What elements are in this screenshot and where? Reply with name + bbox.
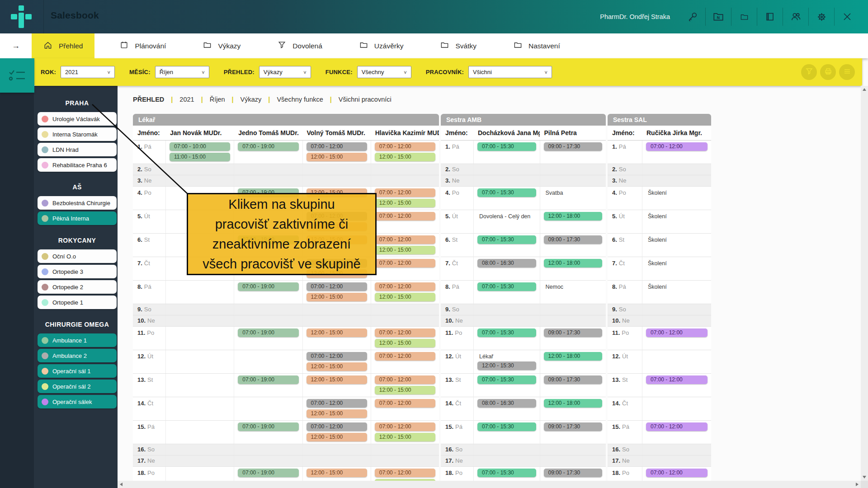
shift-cell[interactable]: 12:00 - 15:00 [302,327,371,350]
shift-pill[interactable]: 07:00 - 12:00 [375,375,435,384]
shift-cell[interactable]: Školení [642,210,711,233]
shift-cell[interactable] [234,397,302,420]
shift-cell[interactable]: 12:00 - 15:00 [302,374,371,397]
print-button[interactable] [820,64,836,80]
shift-pill[interactable]: 12:00 - 15:00 [307,153,367,161]
shift-cell[interactable]: 07:00 - 19:00 [234,281,302,304]
shift-pill[interactable]: 12:00 - 18:00 [544,259,603,267]
shift-cell[interactable] [642,304,711,315]
shift-cell[interactable]: 08:00 - 16:30 [473,397,540,420]
tab-nastavení[interactable]: Nastavení [502,33,572,58]
shift-cell[interactable]: 07:00 - 12:0012:00 - 15:00 [302,141,371,164]
shift-pill[interactable]: 07:00 - 15:30 [477,375,536,384]
shift-cell[interactable] [234,444,302,455]
shift-cell[interactable]: 07:00 - 12:0012:00 - 15:00 [371,234,439,257]
shift-cell[interactable] [302,444,371,455]
shift-cell[interactable]: 07:00 - 15:30 [473,374,540,397]
person-name-header[interactable]: Hlavička Kazimír MUDr. [371,129,439,136]
shift-pill[interactable]: 09:00 - 17:30 [544,328,603,337]
panel-icon[interactable] [757,8,783,26]
filter-select[interactable]: Říjen˅ [155,66,209,78]
shift-cell[interactable] [371,455,439,466]
shift-pill[interactable]: 12:00 - 15:00 [375,246,435,254]
scroll-down-icon[interactable] [863,476,866,479]
shift-cell[interactable] [302,164,371,175]
shift-cell[interactable]: 07:00 - 12:0012:00 - 15:00 [371,421,439,444]
shift-cell[interactable]: 07:00 - 12:0012:00 - 15:00 [371,187,439,210]
shift-cell[interactable] [642,350,711,373]
shift-cell[interactable]: 07:00 - 15:30 [473,281,540,304]
horizontal-scrollbar[interactable] [118,481,861,488]
shift-cell[interactable]: 07:00 - 12:00 [642,374,711,397]
shift-pill[interactable]: 07:00 - 12:00 [646,469,708,477]
shift-cell[interactable]: 07:00 - 19:00 [234,421,302,444]
shift-pill[interactable]: 07:00 - 12:00 [307,352,367,361]
shift-pill[interactable]: 12:00 - 15:00 [307,375,367,384]
shift-cell[interactable] [371,444,439,455]
shift-pill[interactable]: 08:00 - 16:30 [477,259,536,267]
shift-cell[interactable]: 07:00 - 12:00 [371,210,439,233]
shift-cell[interactable]: 07:00 - 12:00 [371,350,439,373]
shift-pill[interactable]: 07:00 - 12:00 [375,352,435,361]
workplace-item[interactable]: Bezbolestná Chirurgie [38,196,117,210]
shift-pill[interactable]: 07:00 - 10:00 [170,142,230,151]
shift-cell[interactable] [473,315,540,326]
shift-cell[interactable]: 07:00 - 12:00 [642,421,711,444]
shift-pill[interactable]: 12:00 - 15:00 [307,469,367,477]
shift-cell[interactable] [165,444,234,455]
person-name-header[interactable]: Ručička Jirka Mgr. [642,129,711,136]
person-name-header[interactable]: Volný Tomáš MUDr. [302,129,371,136]
shift-pill[interactable]: 09:00 - 17:30 [544,235,603,244]
shift-pill[interactable]: 12:00 - 15:00 [375,386,435,394]
shift-cell[interactable]: 07:00 - 19:00 [234,141,302,164]
person-name-header[interactable]: Jan Novák MUDr. [165,129,234,136]
folder-n-icon[interactable]: N [705,8,731,26]
workplace-item[interactable]: Ortopedie 1 [38,296,117,309]
person-name-header[interactable]: Pilná Petra [540,129,606,136]
key-icon[interactable] [680,8,705,26]
shift-cell[interactable]: 07:00 - 12:00 [642,327,711,350]
shift-cell[interactable] [642,164,711,175]
close-icon[interactable] [834,8,860,26]
workplace-item[interactable]: Urologie Václavák [38,112,117,126]
shift-pill[interactable]: 12:00 - 15:00 [375,293,435,301]
scroll-up-icon[interactable] [863,88,866,91]
shift-cell[interactable]: 08:00 - 16:30 [473,257,540,280]
shift-cell[interactable] [165,164,234,175]
shift-cell[interactable] [540,164,606,175]
tab-uzávěrky[interactable]: Uzávěrky [348,33,415,58]
shift-pill[interactable]: 12:00 - 15:00 [307,328,367,337]
shift-cell[interactable]: 07:00 - 12:0012:00 - 15:00 [371,327,439,350]
shift-cell[interactable]: 09:00 - 17:30 [540,374,606,397]
workplace-item[interactable]: Operační sál 2 [38,380,117,393]
shift-cell[interactable]: 09:00 - 17:30 [540,421,606,444]
shift-cell[interactable] [642,455,711,466]
shift-cell[interactable]: Školení [642,257,711,280]
shift-cell[interactable] [371,315,439,326]
shift-cell[interactable] [165,455,234,466]
shift-pill[interactable]: 12:00 - 15:00 [375,199,435,207]
group-title-praha[interactable]: PRAHA [38,99,117,107]
shift-pill[interactable]: 07:00 - 19:00 [238,375,298,384]
workplace-item[interactable]: Rehabilitace Praha 6 [38,158,117,172]
shift-cell[interactable]: 09:00 - 17:30 [540,234,606,257]
filter-select[interactable]: Výkazy˅ [259,66,311,78]
shift-cell[interactable] [473,444,540,455]
shift-cell[interactable] [540,455,606,466]
filter-select[interactable]: 2021˅ [61,66,115,78]
shift-cell[interactable] [234,350,302,373]
filter-select[interactable]: Všechny˅ [357,66,411,78]
shift-pill[interactable]: 12:00 - 18:00 [544,399,603,408]
shift-pill[interactable]: 07:00 - 12:00 [375,142,435,151]
scroll-right-icon[interactable] [856,483,859,486]
shift-cell[interactable] [371,175,439,186]
workplace-item[interactable]: Operační sál 1 [38,364,117,378]
shift-pill[interactable]: 12:00 - 18:00 [544,352,603,361]
shift-pill[interactable]: 07:00 - 12:00 [375,259,435,267]
shift-cell[interactable] [234,315,302,326]
shift-cell[interactable] [642,444,711,455]
person-name-header[interactable]: Docházková Jana Mgr. [473,129,540,136]
shift-cell[interactable]: 07:00 - 12:0012:00 - 15:00 [302,281,371,304]
shift-cell[interactable] [642,175,711,186]
shift-pill[interactable]: 12:00 - 15:00 [375,153,435,161]
